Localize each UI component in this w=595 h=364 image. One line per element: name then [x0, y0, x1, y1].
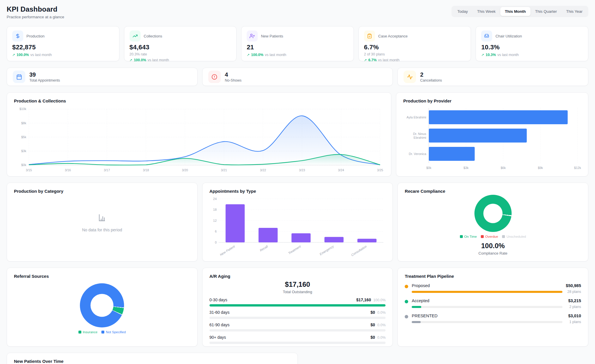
svg-text:12: 12	[213, 219, 216, 222]
header-titles: KPI Dashboard Practice performance at a …	[7, 5, 64, 19]
legend-swatch	[502, 235, 505, 238]
kpi-delta-suffix: vs last month	[148, 58, 169, 62]
kpi-value: 21	[247, 44, 348, 51]
kpi-value: $22,875	[12, 44, 114, 51]
filter-this-month-button[interactable]: This Month	[500, 7, 531, 16]
svg-text:0: 0	[215, 241, 216, 244]
svg-text:$9k: $9k	[538, 166, 543, 170]
legend-item[interactable]: Overdue	[481, 235, 498, 238]
ar-aging-row: 0-30 days $17,160 100.0%	[209, 298, 386, 307]
calendar-icon	[13, 71, 25, 83]
kpi-delta: ↗ 100.0% vs last month	[130, 58, 231, 62]
ar-progress-fill	[209, 304, 386, 307]
svg-text:3/15: 3/15	[26, 168, 32, 172]
svg-text:Ayla Ebrahimi: Ayla Ebrahimi	[406, 116, 426, 119]
legend-item[interactable]: Unscheduled	[502, 235, 526, 238]
kpi-delta-pct: 10.3%	[485, 53, 496, 57]
svg-text:18: 18	[213, 208, 216, 211]
chair-utilization-kpi-card: Chair Utilization 10.3% ↗ 10.3% vs last …	[476, 26, 588, 61]
kpi-delta-pct: 100.0%	[251, 53, 263, 57]
pipeline-plan-count: 2 plans	[566, 305, 581, 309]
pipeline-stage-amount: $3,010	[568, 313, 581, 318]
kpi-label: Case Acceptance	[378, 34, 408, 38]
legend-swatch	[460, 235, 463, 238]
production-collections-line-chart: 3/153/163/173/183/203/213/223/233/243/25…	[14, 106, 384, 174]
svg-text:Emergency: Emergency	[319, 244, 334, 256]
stat-label: Cancellations	[420, 78, 442, 82]
page-subtitle: Practice performance at a glance	[7, 15, 64, 19]
ar-bucket-percent: 100.0%	[373, 298, 386, 302]
recare-compliance-chart-card: Recare Compliance On Time Overdue Unsche…	[397, 183, 588, 262]
pipeline-progress-track	[412, 306, 562, 308]
svg-text:3/18: 3/18	[143, 168, 149, 172]
filter-this-year-button[interactable]: This Year	[562, 7, 587, 16]
svg-text:3/21: 3/21	[221, 168, 227, 172]
legend-item[interactable]: Insurance	[78, 330, 98, 334]
production-by-provider-bar-chart: $0k$3k$6k$9k$12kAyla EbrahimiDr. NinusEb…	[403, 106, 581, 175]
kpi-value: 10.3%	[481, 44, 583, 51]
page-header: KPI Dashboard Practice performance at a …	[7, 5, 588, 23]
filter-this-quarter-button[interactable]: This Quarter	[531, 7, 562, 16]
kpi-subtext: 2 of 30 plans	[364, 52, 466, 56]
production-by-provider-chart-card: Production by Provider $0k$3k$6k$9k$12kA…	[396, 92, 588, 176]
kpi-label: Chair Utilization	[495, 34, 522, 38]
ar-aging-row: 90+ days $0 0.0%	[209, 335, 386, 344]
svg-text:3/25: 3/25	[377, 168, 383, 172]
page-title: KPI Dashboard	[7, 5, 64, 13]
chart-legend: On Time Overdue Unscheduled	[460, 235, 526, 238]
treatment-plan-pipeline-card: Treatment Plan Pipeline Proposed $50,985…	[397, 268, 588, 347]
chart-title: Treatment Plan Pipeline	[405, 274, 581, 279]
svg-text:Dr. Ninus: Dr. Ninus	[413, 132, 426, 136]
appointments-by-type-chart-card: Appointments by Type 06121824New Patient…	[202, 183, 393, 262]
referral-sources-chart-card: Referral Sources Insurance Not Specified	[7, 268, 198, 347]
stat-label: Total Appointments	[29, 78, 60, 82]
svg-text:$6k: $6k	[501, 166, 506, 170]
ar-progress-track	[209, 317, 386, 319]
pipeline-row: PRESENTED $3,010 1 plans	[405, 313, 581, 324]
svg-text:3/24: 3/24	[338, 168, 344, 172]
pipeline-stage-label: Proposed	[412, 283, 430, 288]
kpi-delta-suffix: vs last month	[265, 53, 286, 57]
pipeline-stage-dot	[405, 315, 408, 318]
chart-title: Recare Compliance	[405, 189, 581, 194]
svg-text:6: 6	[215, 230, 216, 233]
ar-progress-track	[209, 304, 386, 307]
legend-item[interactable]: On Time	[460, 235, 477, 238]
arrow-up-right-icon: ↗	[364, 58, 367, 62]
kpi-delta: ↗ 100.0% vs last month	[12, 53, 114, 57]
ar-total-outstanding-value: $17,160	[209, 280, 386, 289]
legend-item[interactable]: Not Specified	[101, 330, 126, 334]
ar-bucket-percent: 0.0%	[377, 323, 386, 327]
ar-bucket-amount: $0	[370, 310, 375, 315]
pipeline-progress-fill	[412, 306, 421, 308]
pipeline-plan-count: 1 plans	[566, 320, 581, 324]
pipeline-rows: Proposed $50,985 28 plans Accepted $3,21…	[405, 283, 581, 324]
new-patients-over-time-chart-card: New Patients Over Time	[7, 353, 298, 364]
svg-text:24: 24	[213, 197, 216, 201]
arrow-up-right-icon: ↗	[12, 53, 15, 57]
pipeline-plan-count: 28 plans	[566, 290, 581, 294]
legend-swatch	[481, 235, 484, 238]
ar-bucket-label: 90+ days	[209, 335, 226, 340]
compliance-rate-caption: Compliance Rate	[478, 251, 508, 255]
user-plus-icon	[247, 30, 258, 42]
new-patients-kpi-card: New Patients 21 ↗ 100.0% vs last month	[241, 26, 354, 61]
ar-bucket-label: 31-60 days	[209, 310, 230, 315]
arrow-up-right-icon: ↗	[481, 53, 484, 57]
chart-title: Production by Provider	[403, 98, 581, 103]
svg-text:3/23: 3/23	[299, 168, 305, 172]
filter-today-button[interactable]: Today	[453, 7, 472, 16]
filter-this-week-button[interactable]: This Week	[472, 7, 500, 16]
pipeline-row: Proposed $50,985 28 plans	[405, 283, 581, 294]
svg-text:$8k: $8k	[21, 121, 26, 125]
svg-text:$12k: $12k	[574, 166, 581, 170]
kpi-delta: ↗ 100.0% vs last month	[247, 53, 348, 57]
kpi-delta-suffix: vs last month	[30, 53, 52, 57]
pipeline-progress-track	[412, 291, 562, 293]
legend-swatch	[78, 331, 81, 334]
kpi-subtext: 20.3% rate	[130, 52, 231, 56]
pipeline-stage-amount: $3,215	[568, 298, 581, 303]
chart-title: Production by Category	[14, 189, 190, 194]
pipeline-progress-track	[412, 321, 562, 323]
svg-text:3/16: 3/16	[65, 168, 71, 172]
